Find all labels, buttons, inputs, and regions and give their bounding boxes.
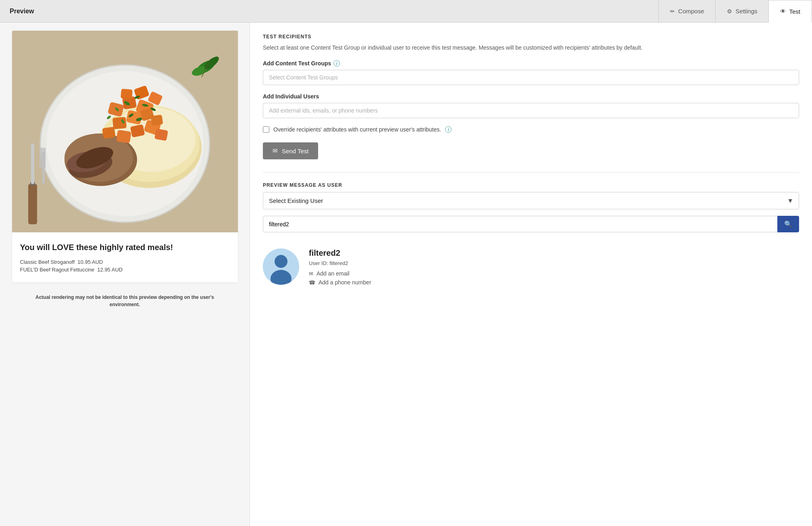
phone-icon: ☎	[309, 280, 315, 286]
main-layout: You will LOVE these highly rated meals! …	[0, 23, 812, 526]
disclaimer: Actual rendering may not be identical to…	[28, 294, 222, 308]
top-nav: Preview ✏ Compose ⚙ Settings 👁 Test	[0, 0, 812, 23]
test-recipients-description: Select at least one Content Test Group o…	[263, 44, 799, 52]
individual-users-input[interactable]	[263, 103, 799, 118]
settings-icon: ⚙	[727, 8, 732, 15]
override-checkbox-row: Override recipients' attributes with cur…	[263, 126, 799, 133]
avatar	[263, 248, 299, 285]
avatar-svg	[263, 248, 299, 285]
user-phone-row: ☎ Add a phone number	[309, 279, 371, 286]
search-row: 🔍	[263, 216, 799, 232]
left-panel: You will LOVE these highly rated meals! …	[0, 23, 250, 526]
svg-rect-16	[112, 117, 126, 129]
user-search-input[interactable]	[263, 216, 777, 232]
svg-rect-27	[154, 129, 168, 141]
email-preview-card: You will LOVE these highly rated meals! …	[12, 31, 238, 282]
svg-rect-39	[31, 144, 34, 184]
tab-compose-label: Compose	[678, 8, 704, 15]
email-headline: You will LOVE these highly rated meals!	[20, 242, 230, 253]
select-existing-user-wrapper: Select Existing User ▼	[263, 192, 799, 209]
user-card: filtered2 User ID: filtered2 ✉ Add an em…	[263, 242, 799, 292]
svg-rect-22	[102, 127, 115, 139]
right-panel: TEST RECIPIENTS Select at least one Cont…	[250, 23, 812, 526]
preview-message-title: PREVIEW MESSAGE AS USER	[263, 182, 799, 188]
send-test-label: Send Test	[282, 148, 308, 154]
svg-rect-26	[150, 115, 163, 126]
svg-rect-44	[44, 148, 46, 168]
food-image	[12, 31, 238, 232]
help-icon-content-groups[interactable]: i	[333, 60, 340, 67]
add-phone-link[interactable]: Add a phone number	[319, 279, 371, 286]
svg-rect-43	[43, 148, 44, 168]
svg-rect-19	[116, 130, 131, 143]
svg-point-50	[275, 255, 287, 268]
tab-settings-label: Settings	[735, 8, 757, 15]
user-id: User ID: filtered2	[309, 260, 371, 266]
add-individual-users-label: Add Individual Users	[263, 93, 799, 100]
menu-item-2: FUEL'D Beef Ragout Fettuccine 12.95 AUD	[20, 267, 230, 273]
nav-tabs: ✏ Compose ⚙ Settings 👁 Test	[658, 0, 812, 22]
content-test-groups-input[interactable]	[263, 70, 799, 85]
search-button[interactable]: 🔍	[777, 216, 799, 232]
search-icon: 🔍	[784, 220, 792, 228]
select-existing-user[interactable]: Select Existing User	[263, 192, 799, 209]
user-info: filtered2 User ID: filtered2 ✉ Add an em…	[309, 248, 371, 286]
tab-settings[interactable]: ⚙ Settings	[715, 0, 768, 22]
add-email-link[interactable]: Add an email	[316, 270, 350, 277]
email-icon: ✉	[309, 271, 313, 277]
email-content: You will LOVE these highly rated meals! …	[12, 232, 238, 282]
svg-rect-37	[28, 184, 37, 224]
tab-test-label: Test	[789, 8, 800, 15]
user-name: filtered2	[309, 248, 371, 258]
add-content-test-groups-label: Add Content Test Groups i	[263, 60, 799, 67]
eye-icon: 👁	[780, 8, 786, 15]
send-test-button[interactable]: ✉ Send Test	[263, 142, 318, 159]
section-divider	[263, 172, 799, 173]
envelope-icon: ✉	[273, 147, 278, 154]
help-icon-override[interactable]: i	[445, 126, 452, 133]
test-recipients-title: TEST RECIPIENTS	[263, 34, 799, 40]
compose-icon: ✏	[670, 8, 675, 15]
preview-label: Preview	[0, 0, 658, 22]
svg-rect-41	[40, 148, 41, 168]
user-email-row: ✉ Add an email	[309, 270, 371, 277]
override-checkbox-label[interactable]: Override recipients' attributes with cur…	[273, 126, 441, 133]
test-recipients-section: TEST RECIPIENTS Select at least one Cont…	[263, 34, 799, 159]
tab-test[interactable]: 👁 Test	[768, 0, 812, 23]
svg-rect-23	[121, 89, 133, 99]
food-svg	[12, 31, 238, 232]
tab-compose[interactable]: ✏ Compose	[658, 0, 715, 22]
preview-message-section: PREVIEW MESSAGE AS USER Select Existing …	[263, 182, 799, 292]
override-checkbox[interactable]	[263, 126, 269, 133]
menu-item-1: Classic Beef Stroganoff 10.95 AUD	[20, 259, 230, 265]
svg-rect-42	[41, 148, 42, 168]
